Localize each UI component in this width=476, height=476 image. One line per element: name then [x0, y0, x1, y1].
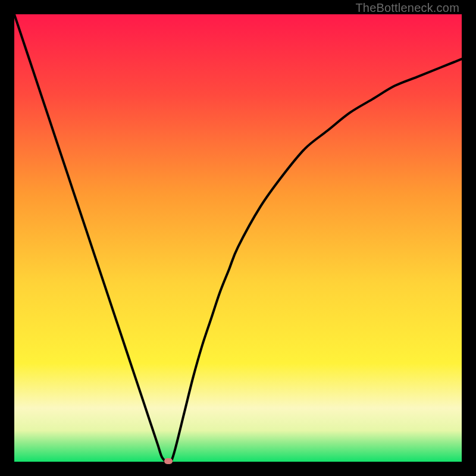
bottleneck-curve	[14, 14, 462, 462]
watermark-text: TheBottleneck.com	[355, 1, 459, 15]
optimal-point-marker	[164, 458, 173, 464]
chart-plot-area	[14, 14, 462, 462]
